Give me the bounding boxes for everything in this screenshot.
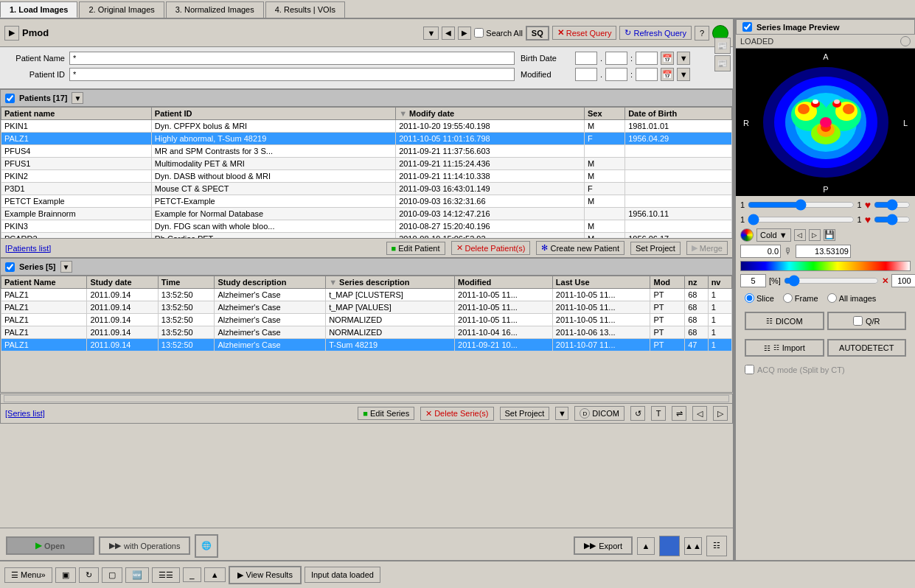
series-col-nv[interactable]: nv <box>708 276 731 289</box>
modified-year[interactable] <box>636 68 658 81</box>
icon-btn-2[interactable]: 📰 <box>714 55 731 71</box>
series-col-mod[interactable]: Mod <box>650 276 685 289</box>
birth-date-year[interactable] <box>636 52 658 65</box>
birth-date-arrow[interactable]: ▼ <box>677 52 690 65</box>
slider1[interactable] <box>748 200 854 210</box>
patients-expand[interactable]: ▼ <box>72 92 83 104</box>
right-btn[interactable]: ▷ <box>713 406 728 421</box>
status-btn-3[interactable]: ↻ <box>79 567 99 583</box>
menu-button[interactable]: ☰ Menu» <box>4 567 52 583</box>
play-button[interactable]: ▶ <box>4 26 19 41</box>
globe-button[interactable]: 🌐 <box>195 534 218 558</box>
range-slider[interactable] <box>784 275 879 287</box>
dicom-btn[interactable]: D DICOM <box>574 406 625 421</box>
export-button[interactable]: ▶▶ Export <box>574 536 633 555</box>
tab-normalized-images[interactable]: 3. Normalized Images <box>166 1 264 18</box>
dicom-button[interactable]: ☷ DICOM <box>745 312 824 330</box>
open-button[interactable]: ▶ Open <box>6 536 94 555</box>
birth-date-month[interactable] <box>605 52 627 65</box>
series-col-time[interactable]: Time <box>158 276 215 289</box>
series-col-patient[interactable]: Patient Name <box>1 276 87 289</box>
patient-id-input[interactable] <box>69 68 515 81</box>
status-btn-5[interactable]: 🆕 <box>125 567 149 583</box>
series-col-study-desc[interactable]: Study description <box>215 276 326 289</box>
table-row[interactable]: PALZ1 2011.09.14 13:52:50 Alzheimer's Ca… <box>1 314 732 326</box>
autodetect-button[interactable]: AUTODETECT <box>827 339 907 357</box>
up-btn[interactable]: ▲ <box>637 537 655 555</box>
mic-icon[interactable]: 🎙 <box>784 246 793 256</box>
col-dob[interactable]: Date of Birth <box>625 108 732 120</box>
percent-max-input[interactable] <box>891 274 915 287</box>
status-btn-4[interactable]: ▢ <box>102 567 122 583</box>
series-col-study-date[interactable]: Study date <box>87 276 158 289</box>
color-next[interactable]: ▷ <box>809 229 821 241</box>
view-results-button[interactable]: ▶ View Results <box>229 566 302 584</box>
table-row[interactable]: PALZ1 2011.09.14 13:52:50 Alzheimer's Ca… <box>1 339 732 351</box>
table-row[interactable]: PALZ1 2011.09.14 13:52:50 Alzheimer's Ca… <box>1 326 732 339</box>
merge-btn[interactable]: ▶ Merge <box>686 241 728 255</box>
col-patient-name[interactable]: Patient name <box>1 108 152 120</box>
table-row[interactable]: PCARD2 Rb Cardiac PET 2010-08-19 15:06:5… <box>1 233 732 239</box>
icon-btn-1[interactable]: 📰 <box>714 38 731 54</box>
status-btn-6[interactable]: ☰☰ <box>152 567 180 583</box>
slice-radio[interactable]: Slice <box>745 293 774 303</box>
series-col-last-use[interactable]: Last Use <box>552 276 650 289</box>
table-row[interactable]: PETCT Example PETCT-Example 2010-09-03 1… <box>1 195 732 208</box>
preview-checkbox[interactable] <box>742 22 752 32</box>
grid-btn[interactable] <box>659 536 680 556</box>
set-project-dropdown[interactable]: ▼ <box>555 407 568 420</box>
slider2[interactable] <box>748 214 854 225</box>
sq-button[interactable]: SQ <box>526 26 549 41</box>
series-expand[interactable]: ▼ <box>60 261 72 273</box>
modified-month[interactable] <box>605 68 627 81</box>
patient-name-input[interactable] <box>69 52 515 65</box>
modified-arrow[interactable]: ▼ <box>677 68 690 81</box>
series-checkbox[interactable] <box>5 262 15 272</box>
table-row[interactable]: P3D1 Mouse CT & SPECT 2011-09-03 16:43:0… <box>1 183 732 195</box>
prev-button[interactable]: ◀ <box>442 27 455 40</box>
qr-button[interactable]: Q/R <box>827 312 907 330</box>
grid2-btn[interactable]: ☷ <box>706 536 727 556</box>
brightness-slider-1[interactable] <box>874 199 911 211</box>
merge-series-btn[interactable]: ⇌ <box>672 406 686 421</box>
color-dropdown[interactable]: Cold ▼ <box>756 228 791 242</box>
tab-results-vois[interactable]: 4. Results | VOIs <box>265 1 345 18</box>
modified-icon[interactable]: 📅 <box>661 68 674 81</box>
col-sex[interactable]: Sex <box>585 108 625 120</box>
set-project-btn[interactable]: Set Project <box>630 242 681 255</box>
series-scrollbar[interactable] <box>0 393 733 404</box>
percent-min-input[interactable] <box>740 274 766 287</box>
with-operations-button[interactable]: ▶▶ with Operations <box>99 536 190 555</box>
series-col-modified[interactable]: Modified <box>455 276 553 289</box>
left-btn[interactable]: ◁ <box>692 406 707 421</box>
delete-series-btn[interactable]: ✕ Delete Serie(s) <box>420 407 493 421</box>
edit-series-btn[interactable]: ■ Edit Series <box>358 407 414 420</box>
table-row[interactable]: PFUS4 MR and SPM Contrasts for 3 S... 20… <box>1 145 732 158</box>
tab-original-images[interactable]: 2. Original Images <box>79 1 164 18</box>
table-row[interactable]: PKIN2 Dyn. DASB without blood & MRI 2011… <box>1 170 732 183</box>
series-col-nz[interactable]: nz <box>685 276 708 289</box>
patients-list-link[interactable]: [Patients list] <box>5 244 51 253</box>
table-row[interactable]: PALZ1 Highly abnormal, T-Sum 48219 2011-… <box>1 133 732 145</box>
rotate-btn[interactable]: ↺ <box>630 406 645 421</box>
status-btn-7[interactable]: ⎯ <box>183 567 201 582</box>
import-button[interactable]: ☷ ☷ Import <box>745 339 824 357</box>
delete-patient-btn[interactable]: ✕ Delete Patient(s) <box>451 241 531 255</box>
series-col-series-desc[interactable]: ▼ Series description <box>326 276 455 289</box>
table-row[interactable]: PKIN3 Dyn. FDG scan with whole bloo... 2… <box>1 220 732 233</box>
all-images-radio[interactable]: All images <box>827 293 877 303</box>
reset-query-button[interactable]: ✕ Reset Query <box>552 26 617 40</box>
set-project-series-btn[interactable]: Set Project <box>500 407 550 420</box>
color-prev[interactable]: ◁ <box>794 229 806 241</box>
status-btn-8[interactable]: ▲ <box>204 567 226 582</box>
refresh-query-button[interactable]: ↻ Refresh Query <box>619 26 692 40</box>
table-row[interactable]: Example Brainnorm Example for Normal Dat… <box>1 208 732 220</box>
table-row[interactable]: PFUS1 Multimodality PET & MRI 2011-09-21… <box>1 158 732 170</box>
edit-patient-btn[interactable]: ■ Edit Patient <box>386 242 445 255</box>
max-value-input[interactable] <box>796 245 851 258</box>
dropdown-arrow[interactable]: ▼ <box>423 27 439 40</box>
text-btn[interactable]: T <box>651 406 666 421</box>
table-row[interactable]: PALZ1 2011.09.14 13:52:50 Alzheimer's Ca… <box>1 301 732 314</box>
brightness-slider-2[interactable] <box>874 214 911 225</box>
birth-date-icon[interactable]: 📅 <box>661 52 674 65</box>
